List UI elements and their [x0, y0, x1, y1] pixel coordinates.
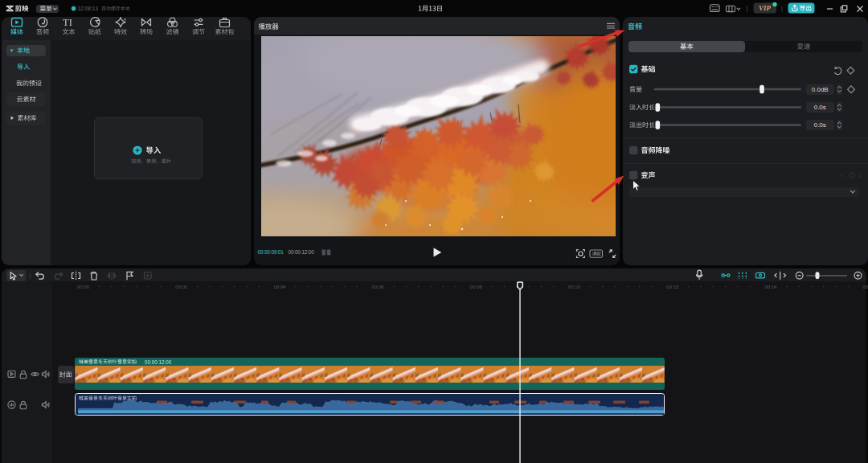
svg-text:00:00:12:00: 00:00:12:00 — [145, 359, 172, 365]
svg-text:00:04: 00:04 — [273, 285, 286, 289]
svg-text:00:14: 00:14 — [764, 285, 777, 289]
svg-text:00:16: 00:16 — [863, 285, 868, 289]
svg-text:00:10: 00:10 — [568, 285, 581, 289]
svg-text:00:06: 00:06 — [372, 285, 385, 289]
svg-text:00:12: 00:12 — [666, 285, 679, 289]
svg-text:00:08: 00:08 — [470, 285, 483, 289]
svg-text:VIP: VIP — [759, 4, 772, 12]
svg-text:TI: TI — [63, 17, 72, 28]
svg-text:00:02: 00:02 — [175, 285, 188, 289]
svg-text:00:00: 00:00 — [77, 285, 90, 289]
